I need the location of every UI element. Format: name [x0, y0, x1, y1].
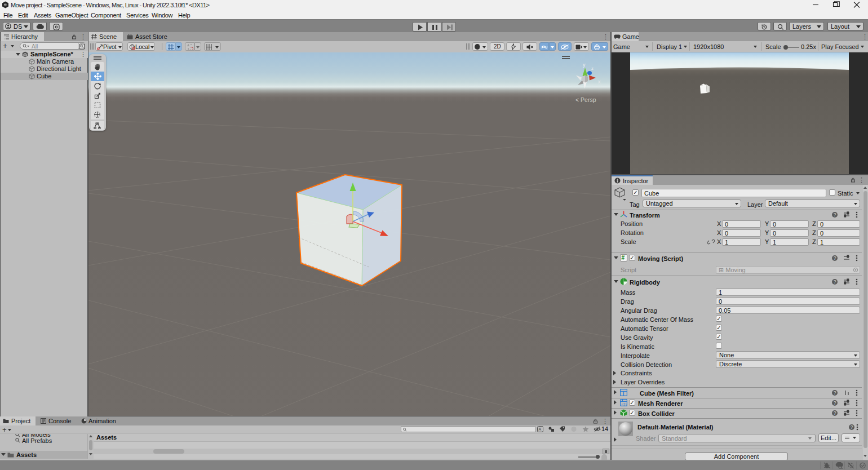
svg-text:?: ?	[834, 390, 836, 396]
svg-text:A: A	[539, 427, 542, 431]
svg-text:y: y	[583, 62, 586, 68]
svg-text:◁▷: ◁▷	[622, 402, 627, 406]
svg-text:#: #	[622, 255, 625, 261]
svg-text:?: ?	[834, 212, 836, 218]
svg-text:?: ?	[834, 400, 836, 406]
svg-text:?: ?	[851, 424, 853, 430]
svg-text:x: x	[598, 79, 601, 85]
svg-text:z: z	[591, 66, 594, 71]
svg-text:?: ?	[834, 255, 836, 261]
svg-text:?: ?	[834, 279, 836, 285]
svg-text:?: ?	[834, 410, 836, 416]
